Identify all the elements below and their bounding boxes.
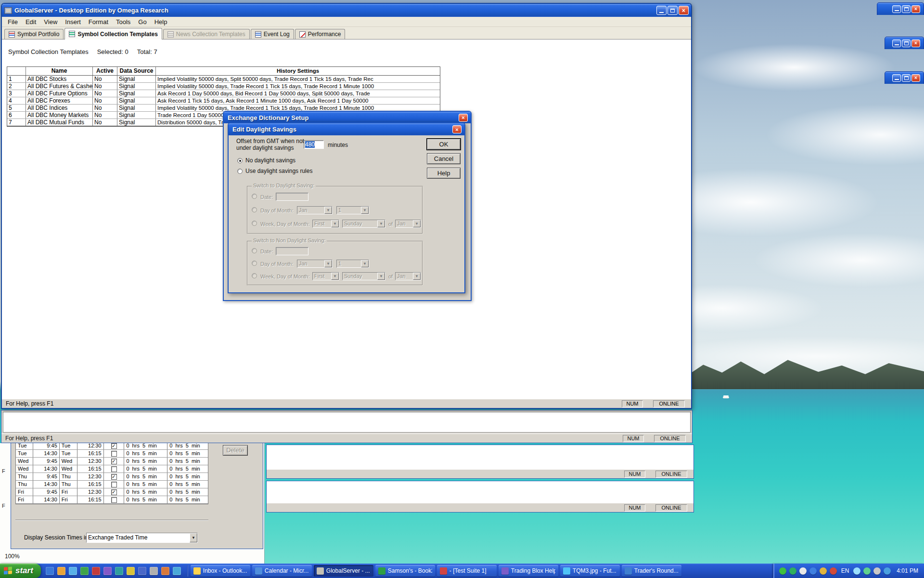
date-radio — [252, 248, 257, 253]
minimize-button[interactable] — [892, 39, 901, 47]
maximize-button[interactable] — [902, 39, 911, 47]
quick-launch-icon-7[interactable] — [115, 567, 123, 575]
table-row[interactable]: 1 All DBC Stocks No Signal Implied Volat… — [7, 76, 440, 83]
tray-icon-5[interactable] — [820, 567, 827, 575]
ok-button[interactable]: OK — [427, 139, 461, 150]
title-bar[interactable]: Edit Daylight Savings × — [229, 123, 464, 135]
table-row[interactable]: 4 All DBC Forexes No Signal Ask Record 1… — [7, 97, 440, 105]
quick-launch-icon-11[interactable] — [161, 567, 169, 575]
maximize-button[interactable] — [902, 74, 911, 82]
minimize-button[interactable] — [656, 6, 667, 15]
session-checkbox[interactable] — [111, 451, 117, 457]
session-checkbox[interactable] — [111, 497, 117, 503]
minimize-button[interactable] — [892, 5, 901, 13]
delete-button[interactable]: Delete — [223, 445, 248, 456]
tray-icon-6[interactable] — [830, 567, 837, 575]
language-indicator[interactable]: EN — [840, 567, 851, 574]
title-bar[interactable]: Exchange Dictionary Setup × — [224, 112, 471, 123]
task-inbox-outlook[interactable]: Inbox - Outlook... — [191, 565, 250, 577]
task-tqm3-image[interactable]: TQM3.jpg - Fut... — [560, 565, 620, 577]
menu-go[interactable]: Go — [134, 18, 150, 26]
radio-no-daylight-savings[interactable]: No daylight savings — [237, 157, 295, 164]
close-button[interactable]: × — [911, 39, 920, 47]
menu-file[interactable]: File — [4, 18, 22, 26]
close-button[interactable]: × — [452, 125, 462, 133]
session-checkbox[interactable]: ✓ — [111, 474, 117, 480]
quick-launch-icon-8[interactable] — [127, 567, 135, 575]
tray-icon-7[interactable] — [853, 567, 860, 575]
tray-icon-1[interactable] — [779, 567, 786, 575]
tab-news-collection-templates[interactable]: News Collection Templates — [163, 29, 250, 39]
tab-symbol-collection-templates[interactable]: Symbol Collection Templates — [64, 28, 162, 39]
start-button[interactable]: start — [0, 564, 41, 578]
session-row[interactable]: Wed 14:30 Wed 16:15 0 hrs 5 min 0 hrs 5 … — [16, 465, 208, 473]
help-button[interactable]: Help — [427, 168, 461, 179]
radio-use-daylight-savings[interactable]: Use daylight savings rules — [237, 168, 312, 174]
task-trading-blox-help[interactable]: Trading Blox Help — [499, 565, 558, 577]
menu-format[interactable]: Format — [85, 18, 112, 26]
table-row[interactable]: 3 All DBC Future Options No Signal Ask R… — [7, 90, 440, 97]
close-button[interactable]: × — [459, 114, 468, 122]
maximize-button[interactable] — [667, 6, 678, 15]
quick-launch-icon-2[interactable] — [57, 567, 65, 575]
tab-performance[interactable]: Performance — [295, 29, 346, 39]
close-button[interactable]: × — [911, 74, 920, 82]
quick-launch-icon-10[interactable] — [150, 567, 158, 575]
session-row[interactable]: Fri 9:45 Fri 12:30 ✓ 0 hrs 5 min 0 hrs 5… — [16, 488, 208, 496]
background-window-titlebar-3[interactable]: × — [885, 71, 924, 84]
maximize-button[interactable] — [902, 5, 911, 13]
quick-launch-icon-9[interactable] — [138, 567, 146, 575]
task-globalserver[interactable]: GlobalServer - ... — [314, 565, 373, 577]
quick-launch-icon-3[interactable] — [69, 567, 77, 575]
minimize-button[interactable] — [892, 74, 901, 82]
quick-launch-icon-1[interactable] — [46, 567, 54, 575]
session-checkbox[interactable] — [111, 466, 117, 472]
session-row[interactable]: Tue 14:30 Tue 16:15 0 hrs 5 min 0 hrs 5 … — [16, 450, 208, 458]
offset-input[interactable]: 480 — [304, 140, 324, 149]
session-row[interactable]: Thu 14:30 Thu 16:15 0 hrs 5 min 0 hrs 5 … — [16, 481, 208, 488]
table-header-row: Name Active Data Source History Settings — [7, 67, 440, 76]
tray-icon-10[interactable] — [884, 567, 891, 575]
display-time-select[interactable]: Exchange Traded Time ▼ — [86, 533, 198, 543]
tray-icon-8[interactable] — [863, 567, 871, 575]
session-row[interactable]: Thu 9:45 Thu 12:30 ✓ 0 hrs 5 min 0 hrs 5… — [16, 473, 208, 481]
session-checkbox[interactable] — [111, 482, 117, 487]
dropdown-arrow-icon[interactable]: ▼ — [190, 533, 197, 542]
cancel-button[interactable]: Cancel — [427, 153, 461, 164]
menu-help[interactable]: Help — [151, 18, 171, 26]
row-number-cell: 7 — [7, 119, 26, 126]
name-cell: All DBC Futures & Cashes — [26, 83, 93, 90]
menu-insert[interactable]: Insert — [61, 18, 85, 26]
close-button[interactable]: × — [679, 6, 689, 15]
volume-icon[interactable] — [873, 567, 881, 575]
title-bar[interactable]: GlobalServer - Desktop Edition by Omega … — [2, 4, 691, 17]
task-samsons-book2[interactable]: Samson's - Book2 — [375, 565, 435, 577]
task-test-suite[interactable]: - [Test Suite 1] — [437, 565, 497, 577]
session-row[interactable]: Tue 9:45 Tue 12:30 ✓ 0 hrs 5 min 0 hrs 5… — [16, 442, 208, 450]
menu-edit[interactable]: Edit — [22, 18, 40, 26]
session-row[interactable]: Fri 14:30 Fri 16:15 0 hrs 5 min 0 hrs 5 … — [16, 496, 208, 504]
background-window-titlebar-1[interactable]: × — [877, 2, 924, 15]
quick-launch-icon-12[interactable] — [173, 567, 181, 575]
session-checkbox[interactable]: ✓ — [111, 489, 117, 495]
background-window-titlebar-2[interactable]: × — [885, 37, 924, 49]
tab-event-log[interactable]: Event Log — [251, 29, 294, 39]
session-checkbox[interactable]: ✓ — [111, 459, 117, 464]
task-calendar[interactable]: Calendar - Micr... — [252, 565, 312, 577]
tray-icon-3[interactable] — [799, 567, 807, 575]
session-checkbox[interactable]: ✓ — [111, 443, 117, 449]
clock[interactable]: 4:01 PM — [897, 567, 918, 574]
session-row[interactable]: Wed 9:45 Wed 12:30 ✓ 0 hrs 5 min 0 hrs 5… — [16, 458, 208, 465]
tab-symbol-portfolio[interactable]: Symbol Portfolio — [4, 29, 64, 39]
tray-icon-2[interactable] — [789, 567, 796, 575]
history-settings-cell: Implied Volatility 50000 days, Trade Rec… — [156, 105, 440, 111]
close-button[interactable]: × — [911, 5, 920, 13]
task-traders-roundtable[interactable]: Trader's Round... — [622, 565, 681, 577]
menu-view[interactable]: View — [40, 18, 61, 26]
quick-launch-icon-6[interactable] — [103, 567, 112, 575]
table-row[interactable]: 2 All DBC Futures & Cashes No Signal Imp… — [7, 83, 440, 90]
quick-launch-icon-5[interactable] — [92, 567, 100, 575]
quick-launch-icon-4[interactable] — [80, 567, 89, 575]
menu-tools[interactable]: Tools — [112, 18, 134, 26]
tray-icon-4[interactable] — [809, 567, 817, 575]
